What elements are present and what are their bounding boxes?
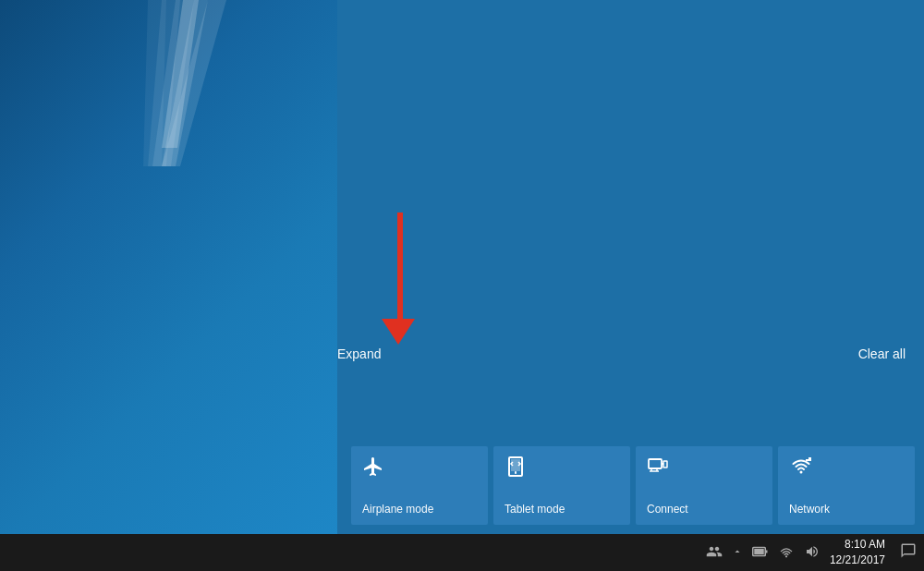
- taskbar-date: 12/21/2017: [830, 553, 885, 568]
- network-icon: [789, 456, 904, 481]
- people-icon[interactable]: [706, 543, 723, 563]
- quick-actions-panel: Airplane mode Tablet mode: [337, 446, 924, 525]
- connect-icon: [647, 456, 761, 483]
- battery-icon[interactable]: [752, 545, 769, 561]
- network-label: Network: [789, 503, 904, 516]
- arrow-shaft: [397, 213, 403, 323]
- airplane-mode-icon: [362, 456, 477, 483]
- volume-icon[interactable]: [804, 544, 821, 562]
- action-center-button[interactable]: [900, 542, 917, 563]
- windows-logo-rays: [74, 0, 277, 203]
- tile-tablet-mode[interactable]: Tablet mode: [493, 446, 630, 525]
- wifi-icon[interactable]: [778, 544, 795, 562]
- svg-rect-19: [765, 550, 767, 553]
- svg-rect-17: [808, 457, 811, 461]
- clear-all-label[interactable]: Clear all: [858, 346, 906, 361]
- desktop-background-left: [0, 0, 337, 571]
- svg-rect-11: [663, 461, 667, 468]
- connect-label: Connect: [647, 503, 761, 516]
- svg-point-21: [785, 555, 787, 557]
- svg-rect-16: [806, 459, 808, 461]
- tablet-mode-label: Tablet mode: [505, 503, 619, 516]
- arrow-head: [382, 319, 415, 345]
- airplane-mode-label: Airplane mode: [362, 503, 477, 516]
- svg-rect-10: [649, 459, 662, 468]
- tablet-mode-icon: [505, 456, 619, 483]
- system-tray-chevron[interactable]: [732, 545, 743, 560]
- svg-point-8: [515, 472, 517, 474]
- tile-connect[interactable]: Connect: [636, 446, 772, 525]
- taskbar-time: 8:10 AM: [830, 537, 885, 553]
- taskbar-clock[interactable]: 8:10 AM 12/21/2017: [830, 537, 885, 568]
- svg-rect-20: [754, 549, 764, 554]
- tile-airplane-mode[interactable]: Airplane mode: [351, 446, 488, 525]
- taskbar-system-icons: 8:10 AM 12/21/2017: [706, 537, 917, 568]
- tile-network[interactable]: Network: [778, 446, 915, 525]
- expand-label[interactable]: Expand: [337, 346, 381, 361]
- taskbar: 8:10 AM 12/21/2017: [0, 534, 924, 571]
